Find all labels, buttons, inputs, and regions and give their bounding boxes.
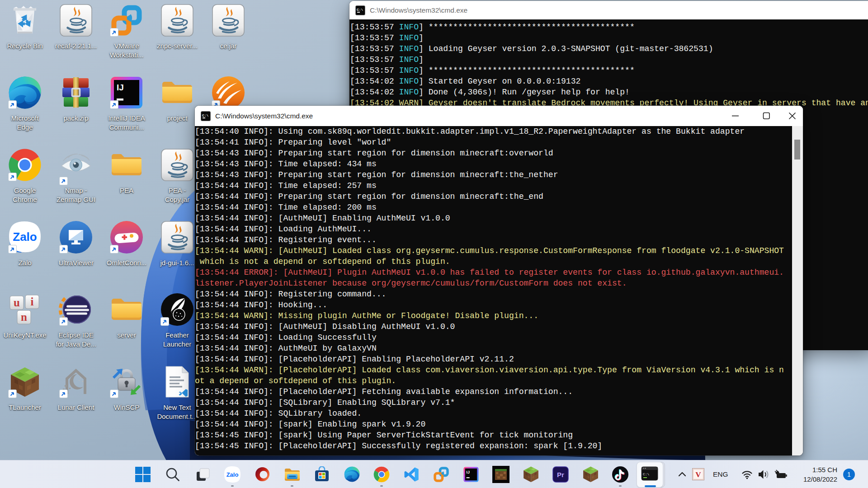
svg-text:u: u — [14, 296, 20, 309]
svg-text:V: V — [695, 470, 701, 479]
svg-text:C:\: C:\ — [202, 113, 209, 117]
svg-text:i: i — [31, 296, 34, 308]
svg-text:Zalo: Zalo — [13, 230, 37, 244]
svg-text:n: n — [21, 311, 27, 323]
svg-text:C:\: C:\ — [643, 472, 650, 476]
svg-text:Zalo: Zalo — [226, 471, 239, 478]
svg-text:Pr: Pr — [557, 471, 564, 479]
svg-text:C:\: C:\ — [357, 8, 363, 12]
